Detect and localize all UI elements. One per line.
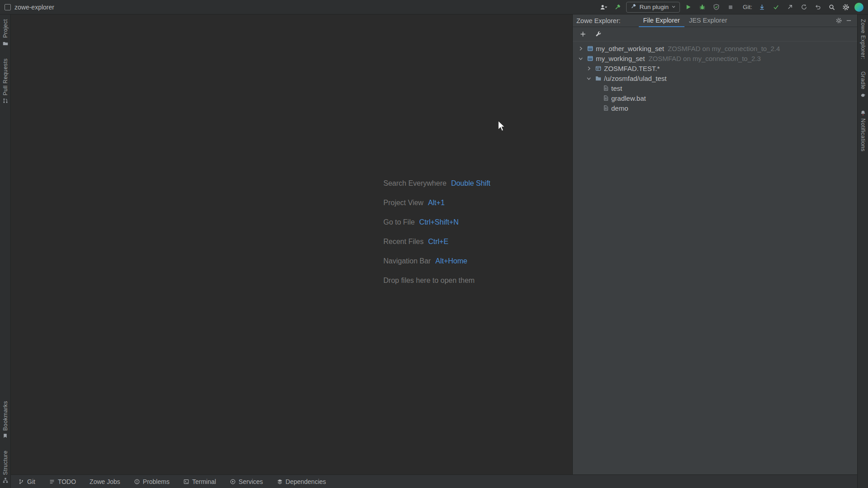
hammer-icon [630, 3, 637, 11]
structure-icon [2, 477, 9, 483]
ide-window: zowe-explorer Run plugin [0, 0, 868, 488]
run-configuration-select[interactable]: Run plugin [626, 2, 680, 13]
editor-area: Search Everywhere Double Shift Project V… [11, 14, 572, 474]
tree-item-gradlew-bat[interactable]: gradlew.bat [573, 93, 857, 103]
panel-settings-gear-icon[interactable] [834, 16, 844, 26]
add-working-set-button[interactable] [578, 30, 587, 39]
run-configuration-label: Run plugin [639, 4, 669, 10]
history-button[interactable] [798, 2, 809, 13]
debug-button[interactable] [697, 2, 708, 13]
folder-icon [2, 40, 9, 47]
pull-request-icon [2, 98, 9, 104]
hint-go-to-file: Go to File Ctrl+Shift+N [383, 212, 491, 232]
tab-jes-explorer[interactable]: JES Explorer [684, 14, 732, 27]
todo-list-icon [49, 479, 55, 485]
panel-toolbar [573, 27, 857, 42]
tool-button-todo[interactable]: TODO [49, 475, 76, 488]
tab-file-explorer[interactable]: File Explorer [639, 14, 684, 27]
tool-button-git[interactable]: Git [18, 475, 35, 488]
gradle-icon [860, 92, 866, 98]
bookmark-icon [2, 433, 8, 439]
file-explorer-tree: my_other_working_set ZOSMFAD on my_conne… [573, 42, 857, 113]
panel-title: Zowe Explorer: [576, 17, 621, 24]
hint-drop-files: Drop files here to open them [383, 271, 491, 290]
undo-button[interactable] [812, 2, 823, 13]
tool-button-gradle[interactable]: Gradle [860, 71, 866, 98]
tool-button-problems[interactable]: Problems [134, 475, 170, 488]
chevron-down-icon[interactable] [585, 74, 593, 82]
tool-button-terminal[interactable]: Terminal [183, 475, 216, 488]
stop-button[interactable] [725, 2, 736, 13]
panel-hide-icon[interactable] [844, 16, 854, 26]
chevron-down-icon[interactable] [576, 54, 585, 62]
git-branch-icon [18, 479, 24, 485]
mouse-cursor [497, 120, 505, 132]
file-icon [602, 84, 609, 92]
bell-icon [860, 110, 866, 116]
file-icon [602, 104, 609, 112]
hint-navigation-bar: Navigation Bar Alt+Home [383, 251, 491, 271]
tree-item-my-other-working-set[interactable]: my_other_working_set ZOSMFAD on my_conne… [573, 43, 857, 53]
bottom-tool-bar: Git TODO Zowe Jobs Problems Terminal [11, 474, 857, 488]
terminal-icon [183, 479, 189, 485]
tool-button-bookmarks[interactable]: Bookmarks [2, 401, 9, 439]
build-hammer-icon[interactable] [612, 2, 623, 13]
tool-button-project[interactable]: Project [2, 19, 9, 47]
git-commit-button[interactable] [770, 2, 781, 13]
git-update-button[interactable] [756, 2, 767, 13]
title-bar: zowe-explorer Run plugin [0, 0, 868, 14]
chevron-right-icon[interactable] [585, 64, 593, 72]
tool-button-notifications[interactable]: Notifications [860, 110, 866, 151]
chevron-right-icon[interactable] [576, 44, 585, 52]
problems-icon [134, 479, 140, 485]
right-tool-stripe: Zowe Explorer: Gradle Notifications [857, 14, 868, 488]
settings-gear-icon[interactable] [840, 2, 851, 13]
run-button[interactable] [683, 2, 694, 13]
working-set-icon [586, 55, 594, 62]
window-title: zowe-explorer [14, 4, 54, 11]
user-avatar[interactable] [854, 3, 863, 12]
dataset-icon [594, 65, 602, 72]
tree-item-uss-path[interactable]: /u/zosmfad/ulad_test [573, 73, 857, 83]
tool-button-zowe-jobs[interactable]: Zowe Jobs [90, 475, 120, 488]
panel-header: Zowe Explorer: File Explorer JES Explore… [573, 14, 857, 27]
tool-button-dependencies[interactable]: Dependencies [277, 475, 326, 488]
tool-button-structure[interactable]: Structure [2, 450, 9, 483]
tree-item-my-working-set[interactable]: my_working_set ZOSMFAD on my_connection_… [573, 53, 857, 63]
git-toolbar-label: Git: [743, 4, 752, 10]
tool-button-services[interactable]: Services [230, 475, 263, 488]
empty-editor-shortcuts: Search Everywhere Double Shift Project V… [383, 174, 491, 290]
tree-item-demo[interactable]: demo [573, 103, 857, 113]
tree-item-test[interactable]: test [573, 83, 857, 93]
hint-search-everywhere: Search Everywhere Double Shift [383, 174, 491, 193]
left-tool-stripe: Project Pull Requests Bookmarks [0, 14, 11, 488]
search-everywhere-icon[interactable] [826, 2, 837, 13]
tree-item-dataset-mask[interactable]: ZOSMFAD.TEST.* [573, 63, 857, 73]
run-with-coverage-button[interactable] [711, 2, 722, 13]
dependencies-icon [277, 479, 283, 485]
file-icon [602, 94, 609, 102]
tool-button-zowe-explorer[interactable]: Zowe Explorer: [860, 19, 866, 60]
hint-project-view: Project View Alt+1 [383, 193, 491, 212]
app-icon [5, 4, 11, 10]
code-with-me-icon[interactable] [598, 2, 609, 13]
chevron-down-icon [671, 4, 676, 10]
git-push-button[interactable] [784, 2, 795, 13]
hint-recent-files: Recent Files Ctrl+E [383, 232, 491, 251]
working-set-icon [586, 45, 594, 52]
zowe-explorer-panel: Zowe Explorer: File Explorer JES Explore… [572, 14, 857, 474]
services-icon [230, 479, 236, 485]
folder-icon [594, 75, 602, 82]
tool-button-pull-requests[interactable]: Pull Requests [2, 58, 9, 104]
panel-wrench-icon[interactable] [594, 30, 603, 39]
